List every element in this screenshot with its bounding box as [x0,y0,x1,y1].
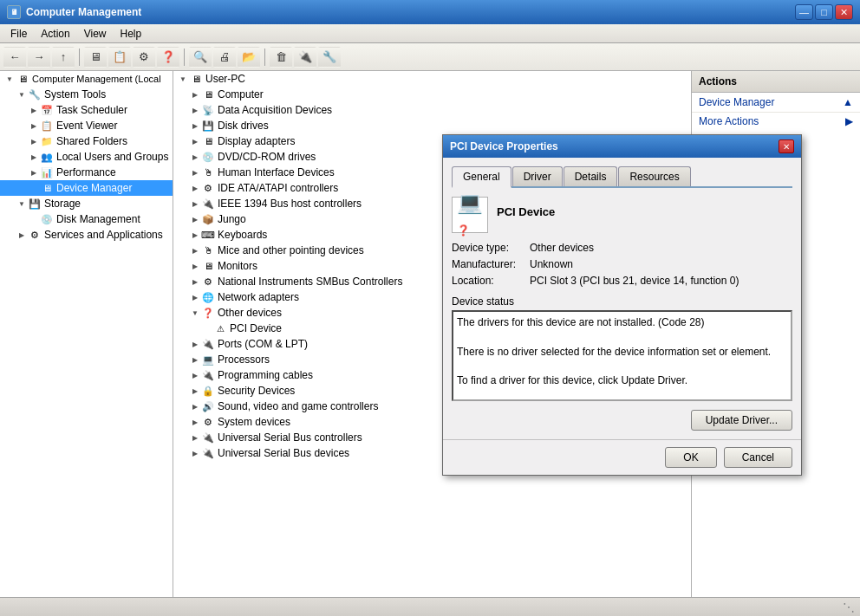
maximize-button[interactable]: □ [815,4,833,20]
arrow-task-scheduler[interactable]: ▶ [28,107,40,114]
device-icon-box: 💻❓ [452,197,488,233]
tree-computer[interactable]: ▶ 🖥 Computer [173,87,691,102]
label-event-viewer: Event Viewer [56,120,117,132]
tree-performance[interactable]: ▶ 📊 Performance [0,165,173,180]
update-driver-button[interactable]: Update Driver... [691,410,792,431]
arrow-shared-folders[interactable]: ▶ [28,138,40,146]
prop-manufacturer: Manufacturer: Unknown [452,258,792,270]
icon-disk-management: 💿 [40,212,54,226]
arrow-system-tools[interactable]: ▼ [16,91,28,99]
dialog-body: General Driver Details Resources 💻❓ PCI … [443,158,801,439]
minimize-button[interactable]: — [795,4,813,20]
icon-task-scheduler: 📅 [40,103,54,117]
label-disk-management: Disk Management [56,213,140,225]
delete-button[interactable]: 🗑 [270,47,292,68]
menu-file[interactable]: File [3,26,34,42]
arrow-event-viewer[interactable]: ▶ [28,122,40,130]
tree-device-manager[interactable]: 🖥 Device Manager [0,180,173,196]
prop-device-type-label: Device type: [452,242,530,254]
device-name: PCI Device [497,197,555,218]
icon-services: ⚙ [28,228,42,242]
tree-storage[interactable]: ▼ 💾 Storage [0,196,173,211]
up-button[interactable]: ↑ [52,47,75,68]
tab-details[interactable]: Details [564,166,618,186]
prop-location: Location: PCI Slot 3 (PCI bus 21, device… [452,275,792,287]
tree-shared-folders[interactable]: ▶ 📁 Shared Folders [0,133,173,149]
icon-event-viewer: 📋 [40,119,54,133]
prop-device-type: Device type: Other devices [452,242,792,254]
icon-user-pc: 🖥 [189,72,203,86]
dialog-close-button[interactable]: ✕ [779,139,794,153]
export-button[interactable]: 📂 [238,47,260,68]
arrow-performance[interactable]: ▶ [28,169,40,177]
arrow-user-pc[interactable]: ▼ [177,75,189,83]
prop-manufacturer-value: Unknown [530,258,792,270]
toolbar-sep-3 [264,49,265,66]
tree-services[interactable]: ▶ ⚙ Services and Applications [0,227,173,243]
label-system-tools: System Tools [44,88,106,101]
actions-more-actions[interactable]: More Actions ▶ [692,113,860,130]
device-status-text: The drivers for this device are not inst… [452,310,792,401]
prop-manufacturer-label: Manufacturer: [452,258,530,270]
window-title: Computer Management [26,6,795,18]
toolbar: ← → ↑ 🖥 📋 ⚙ ❓ 🔍 🖨 📂 🗑 🔌 🔧 [0,43,860,71]
tree-task-scheduler[interactable]: ▶ 📅 Task Scheduler [0,102,173,118]
arrow-storage[interactable]: ▼ [16,200,28,208]
arrow-services[interactable]: ▶ [16,231,28,239]
app-icon: 🖥 [7,5,21,19]
back-button[interactable]: ← [3,47,26,68]
label-storage: Storage [44,198,81,210]
close-button[interactable]: ✕ [835,4,853,20]
tree-disk-management[interactable]: 💿 Disk Management [0,211,173,227]
tab-general[interactable]: General [452,166,511,188]
actions-device-manager-label: Device Manager [699,96,774,108]
device-status-group: Device status The drivers for this devic… [452,295,792,401]
tree-data-acq[interactable]: ▶ 📡 Data Acquisition Devices [173,102,691,118]
icon-local-users: 👥 [40,150,54,164]
tab-driver[interactable]: Driver [512,166,563,186]
prop-location-label: Location: [452,275,530,287]
label-task-scheduler: Task Scheduler [56,104,127,116]
tree-event-viewer[interactable]: ▶ 📋 Event Viewer [0,118,173,133]
menu-action[interactable]: Action [34,26,76,42]
tree-local-users[interactable]: ▶ 👥 Local Users and Groups [0,149,173,165]
actions-header: Actions [692,71,860,93]
toolbar-sep-1 [79,49,80,66]
tree-disk-drives[interactable]: ▶ 💾 Disk drives [173,118,691,133]
label-computer-management: Computer Management (Local [32,74,161,84]
device-icon: 💻❓ [457,191,483,239]
help-toolbar-button[interactable]: ❓ [157,47,179,68]
tree-computer-management[interactable]: ▼ 🖥 Computer Management (Local [0,71,173,87]
tab-bar: General Driver Details Resources [452,166,792,188]
forward-button[interactable]: → [28,47,50,68]
prop-device-type-value: Other devices [530,242,792,254]
actions-device-manager[interactable]: Device Manager ▲ [692,93,860,113]
arrow-local-users[interactable]: ▶ [28,153,40,161]
menu-view[interactable]: View [77,26,114,42]
dialog-title-bar: PCI Device Properties ✕ [443,135,801,158]
extra2-button[interactable]: 🔧 [318,47,341,68]
icon-performance: 📊 [40,165,54,179]
label-shared-folders: Shared Folders [56,135,127,147]
search-button[interactable]: 🔍 [189,47,212,68]
device-status-label: Device status [452,295,792,308]
settings-button[interactable]: ⚙ [133,47,155,68]
dialog-title: PCI Device Properties [450,140,779,152]
tab-resources[interactable]: Resources [618,166,690,186]
prop-location-value: PCI Slot 3 (PCI bus 21, device 14, funct… [530,275,792,287]
ok-button[interactable]: OK [665,447,716,468]
cancel-button[interactable]: Cancel [724,447,792,468]
properties-button[interactable]: 📋 [108,47,131,68]
show-hide-button[interactable]: 🖥 [84,47,107,68]
actions-more-arrow: ▶ [845,115,853,127]
menu-help[interactable]: Help [114,26,149,42]
extra1-button[interactable]: 🔌 [294,47,316,68]
label-device-manager: Device Manager [56,182,132,194]
arrow-0[interactable]: ▼ [3,75,16,83]
tree-system-tools[interactable]: ▼ 🔧 System Tools [0,87,173,102]
icon-system-tools: 🔧 [28,88,42,101]
tree-user-pc[interactable]: ▼ 🖥 User-PC [173,71,691,87]
print-button[interactable]: 🖨 [213,47,236,68]
dialog-footer: OK Cancel [443,439,801,475]
actions-device-manager-arrow: ▲ [843,96,853,108]
